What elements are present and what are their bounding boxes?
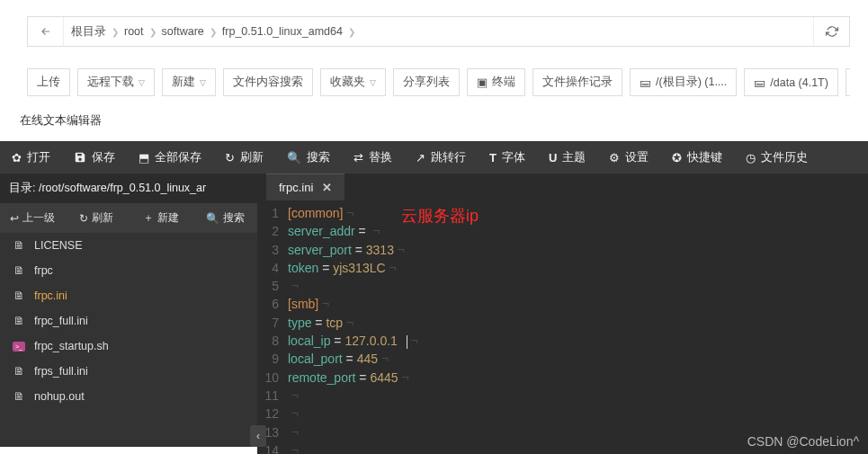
sidebar-up[interactable]: ↩ 上一级 xyxy=(0,207,65,229)
line-number: 5 xyxy=(257,277,288,295)
enterprise-button[interactable]: 企业级防篡改 xyxy=(846,68,850,96)
file-name: LICENSE xyxy=(34,239,83,252)
line-content: ¬ xyxy=(288,277,299,295)
menu-history[interactable]: ◷文件历史 xyxy=(734,141,819,174)
breadcrumb-segment[interactable]: 根目录 xyxy=(71,24,106,40)
editor: frpc.ini ✕ 云服务器ip 1[common] ¬2server_add… xyxy=(257,174,868,447)
new-button[interactable]: 新建▽ xyxy=(162,68,216,96)
file-icon: 🗎 xyxy=(13,239,25,252)
sidebar-refresh[interactable]: ↻ 刷新 xyxy=(65,207,130,229)
sidebar: 目录: /root/software/frp_0.51.0_linux_ar ↩… xyxy=(0,174,257,447)
op-log-button[interactable]: 文件操作记录 xyxy=(532,68,622,96)
favorites-button[interactable]: 收藏夹▽ xyxy=(320,68,386,96)
menu-search[interactable]: 🔍搜索 xyxy=(275,141,342,174)
line-number: 4 xyxy=(257,259,288,277)
content-search-button[interactable]: 文件内容搜索 xyxy=(223,68,313,96)
menu-font[interactable]: T字体 xyxy=(478,141,537,174)
code-line: 10remote_port = 6445 ¬ xyxy=(257,369,868,387)
share-list-button[interactable]: 分享列表 xyxy=(393,68,460,96)
file-name: frpc_full.ini xyxy=(34,315,88,327)
code-line: 7type = tcp ¬ xyxy=(257,314,868,332)
menu-settings[interactable]: ⚙设置 xyxy=(597,141,660,174)
code-line: 9local_port = 445 ¬ xyxy=(257,350,868,368)
breadcrumb-segment[interactable]: frp_0.51.0_linux_amd64 xyxy=(222,25,343,38)
line-number: 9 xyxy=(257,350,288,368)
menu-goto[interactable]: ↗跳转行 xyxy=(404,141,478,174)
line-number: 2 xyxy=(257,222,288,240)
file-icon: 🗎 xyxy=(13,264,25,277)
line-content: server_port = 3313 ¬ xyxy=(288,241,405,259)
code-line: 2server_addr = ¬ xyxy=(257,222,868,240)
file-icon: >_ xyxy=(13,342,25,352)
breadcrumb-bar: 根目录❯root❯software❯frp_0.51.0_linux_amd64… xyxy=(27,16,850,47)
line-content: [smb] ¬ xyxy=(288,295,329,313)
collapse-handle[interactable]: ‹ xyxy=(250,425,266,447)
line-content: remote_port = 6445 ¬ xyxy=(288,369,409,387)
code-line: 8local_ip = 127.0.0.1 ¬ xyxy=(257,332,868,350)
file-row[interactable]: 🗎frpc_full.ini xyxy=(0,308,257,334)
breadcrumb-segment[interactable]: software xyxy=(162,25,204,38)
code-line: 4token = yjs313LC ¬ xyxy=(257,259,868,277)
sidebar-search[interactable]: 🔍 搜索 xyxy=(193,207,258,229)
line-number: 3 xyxy=(257,241,288,259)
chevron-right-icon: ❯ xyxy=(348,27,355,37)
file-row[interactable]: 🗎frpc xyxy=(0,258,257,283)
back-button[interactable] xyxy=(28,17,64,46)
close-icon[interactable]: ✕ xyxy=(322,181,332,194)
menu-save-all[interactable]: ⬒全部保存 xyxy=(127,141,213,174)
toolbar: 上传 远程下载▽ 新建▽ 文件内容搜索 收藏夹▽ 分享列表 ▣终端 文件操作记录… xyxy=(27,68,850,96)
code-line: 12 ¬ xyxy=(257,405,868,423)
tab-label: frpc.ini xyxy=(279,181,313,194)
editor-title: 在线文本编辑器 xyxy=(0,96,868,141)
code-area[interactable]: 云服务器ip 1[common] ¬2server_addr = ¬3serve… xyxy=(257,200,868,454)
remote-download-button[interactable]: 远程下载▽ xyxy=(77,68,155,96)
file-row[interactable]: 🗎frpc.ini xyxy=(0,283,257,308)
refresh-button[interactable] xyxy=(813,17,849,46)
file-icon: 🗎 xyxy=(13,289,25,302)
menu-open[interactable]: ✿打开 xyxy=(0,141,62,174)
breadcrumb-segment[interactable]: root xyxy=(124,25,144,38)
menu-refresh[interactable]: ↻刷新 xyxy=(213,141,275,174)
file-icon: 🗎 xyxy=(13,390,25,403)
sidebar-path: 目录: /root/software/frp_0.51.0_linux_ar xyxy=(0,174,257,203)
line-content: server_addr = ¬ xyxy=(288,222,380,240)
code-line: 1[common] ¬ xyxy=(257,204,868,222)
chevron-right-icon: ❯ xyxy=(112,27,119,37)
file-name: frps_full.ini xyxy=(34,365,88,378)
code-line: 11 ¬ xyxy=(257,387,868,405)
line-number: 7 xyxy=(257,314,288,332)
sidebar-new[interactable]: ＋ 新建 xyxy=(129,207,193,229)
chevron-right-icon: ❯ xyxy=(210,27,217,37)
workspace: 目录: /root/software/frp_0.51.0_linux_ar ↩… xyxy=(0,174,868,447)
menu-save[interactable]: 保存 xyxy=(62,141,127,174)
file-row[interactable]: 🗎LICENSE xyxy=(0,233,257,258)
file-name: frpc xyxy=(34,264,53,277)
tabbar: frpc.ini ✕ xyxy=(257,174,868,200)
disk-data-button[interactable]: 🖴/data (4.1T) xyxy=(744,68,838,96)
menubar: ✿打开 保存 ⬒全部保存 ↻刷新 🔍搜索 ⇄替换 ↗跳转行 T字体 U主题 ⚙设… xyxy=(0,141,868,174)
file-row[interactable]: >_frpc_startup.sh xyxy=(0,334,257,359)
sidebar-ops: ↩ 上一级 ↻ 刷新 ＋ 新建 🔍 搜索 xyxy=(0,203,257,233)
line-number: 1 xyxy=(257,204,288,222)
line-content: ¬ xyxy=(288,387,299,405)
code-line: 5 ¬ xyxy=(257,277,868,295)
disk-root-button[interactable]: 🖴/(根目录) (1.... xyxy=(630,68,737,96)
line-content: type = tcp ¬ xyxy=(288,314,353,332)
line-number: 12 xyxy=(257,405,288,423)
line-number: 10 xyxy=(257,369,288,387)
tab-active[interactable]: frpc.ini ✕ xyxy=(266,174,345,200)
line-content: local_ip = 127.0.0.1 ¬ xyxy=(288,332,418,350)
line-number: 6 xyxy=(257,295,288,313)
file-row[interactable]: 🗎nohup.out xyxy=(0,384,257,409)
menu-replace[interactable]: ⇄替换 xyxy=(342,141,404,174)
file-name: nohup.out xyxy=(34,390,85,403)
line-content: ¬ xyxy=(288,441,299,454)
line-number: 11 xyxy=(257,387,288,405)
file-row[interactable]: 🗎frps_full.ini xyxy=(0,359,257,384)
terminal-button[interactable]: ▣终端 xyxy=(467,68,525,96)
upload-button[interactable]: 上传 xyxy=(27,68,70,96)
file-list: 🗎LICENSE🗎frpc🗎frpc.ini🗎frpc_full.ini>_fr… xyxy=(0,233,257,447)
line-content: [common] ¬ xyxy=(288,204,354,222)
menu-shortcuts[interactable]: ✪快捷键 xyxy=(660,141,734,174)
menu-theme[interactable]: U主题 xyxy=(537,141,597,174)
